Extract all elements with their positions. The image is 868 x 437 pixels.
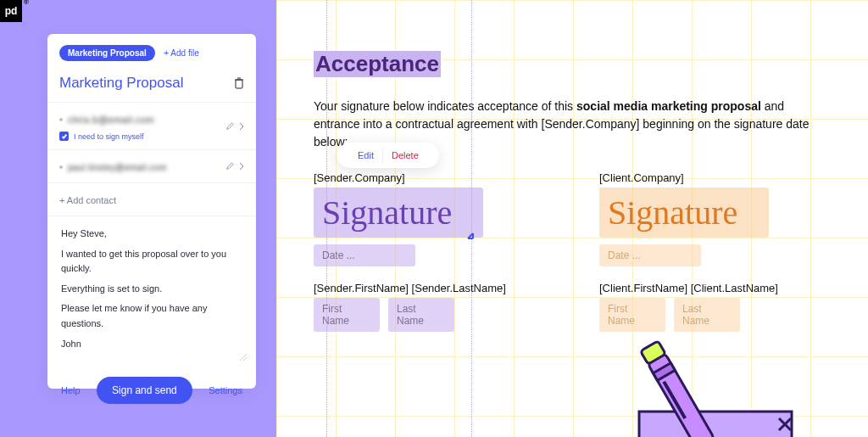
sender-signature-field[interactable]: Signature bbox=[314, 188, 483, 238]
delete-action[interactable]: Delete bbox=[382, 148, 427, 163]
brand-logo: pd bbox=[0, 0, 22, 22]
help-link[interactable]: Help bbox=[61, 385, 81, 395]
contact-name: chris.b@email.com bbox=[68, 115, 154, 125]
doc-heading[interactable]: Acceptance bbox=[314, 51, 441, 77]
pen-illustration bbox=[563, 318, 800, 437]
sender-name-label: [Sender.FirstName] [Sender.LastName] bbox=[314, 282, 548, 294]
sign-and-send-button[interactable]: Sign and send bbox=[97, 377, 192, 404]
add-contact-label: + Add contact bbox=[59, 195, 116, 205]
msg-line: I wanted to get this proposal over to yo… bbox=[61, 247, 242, 277]
contact-name: paul.tinsley@email.com bbox=[68, 163, 167, 172]
sender-firstname-field[interactable]: First Name bbox=[314, 298, 380, 332]
field-context-menu: Edit Delete bbox=[337, 143, 439, 168]
msg-line: Please let me know if you have any quest… bbox=[61, 301, 242, 331]
sign-myself-checkbox[interactable] bbox=[59, 132, 69, 141]
chevron-right-icon[interactable] bbox=[239, 159, 244, 174]
chevron-right-icon[interactable] bbox=[239, 119, 244, 134]
pencil-icon[interactable] bbox=[225, 159, 234, 174]
sender-column: [Sender.Company] Signature Date ... [Sen… bbox=[314, 171, 548, 347]
contact-row[interactable]: paul.tinsley@email.com bbox=[47, 149, 256, 182]
client-signature-field[interactable]: Signature bbox=[599, 188, 769, 238]
client-name-label: [Client.FirstName] [Client.LastName] bbox=[599, 282, 834, 294]
text: Your signature below indicates acceptanc… bbox=[314, 99, 576, 113]
sender-lastname-field[interactable]: Last Name bbox=[388, 298, 454, 332]
settings-link[interactable]: Settings bbox=[209, 385, 242, 395]
edit-action[interactable]: Edit bbox=[349, 148, 382, 163]
msg-line: John bbox=[61, 337, 242, 352]
sender-company-label: [Sender.Company] bbox=[314, 171, 548, 184]
message-body[interactable]: Hey Steve, I wanted to get this proposal… bbox=[47, 216, 256, 367]
field-resize-handle-icon[interactable] bbox=[465, 229, 476, 244]
send-panel: Marketing Proposal + Add file Marketing … bbox=[47, 34, 256, 389]
proposal-pill[interactable]: Marketing Proposal bbox=[59, 45, 155, 61]
client-company-label: [Client.Company] bbox=[599, 171, 834, 184]
trash-icon[interactable] bbox=[234, 77, 244, 89]
sign-myself-label: I need to sign myself bbox=[74, 132, 144, 141]
pencil-icon[interactable] bbox=[225, 119, 234, 134]
document-canvas[interactable]: Acceptance Your signature below indicate… bbox=[276, 0, 868, 437]
contact-row[interactable]: chris.b@email.com I need to sign myself bbox=[47, 102, 256, 149]
resize-grip-icon[interactable] bbox=[239, 351, 248, 360]
add-file-link[interactable]: + Add file bbox=[164, 48, 198, 58]
msg-line: Hey Steve, bbox=[61, 227, 242, 242]
text-bold: social media marketing proposal bbox=[576, 99, 761, 113]
svg-rect-1 bbox=[639, 412, 792, 437]
client-date-field[interactable]: Date ... bbox=[599, 244, 701, 266]
svg-rect-0 bbox=[236, 80, 242, 88]
add-contact-row[interactable]: + Add contact bbox=[47, 182, 256, 216]
panel-title: Marketing Proposal bbox=[59, 75, 183, 92]
sender-date-field[interactable]: Date ... bbox=[314, 244, 415, 266]
msg-line: Everything is set to sign. bbox=[61, 282, 242, 297]
